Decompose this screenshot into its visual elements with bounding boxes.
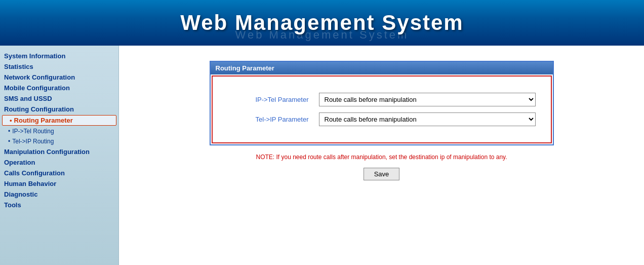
bullet-icon: • [8, 138, 10, 145]
routing-parameter-box: Routing Parameter IP->Tel Parameter Rout… [210, 61, 554, 145]
sidebar-item-system-information[interactable]: System Information [0, 51, 118, 61]
tel-ip-select[interactable]: Route calls before manipulation Route ca… [319, 112, 536, 126]
routing-box-header: Routing Parameter [211, 62, 553, 74]
sidebar-item-manipulation-configuration[interactable]: Manipulation Configuration [0, 146, 118, 157]
sidebar-item-mobile-configuration[interactable]: Mobile Configuration [0, 83, 118, 93]
layout: System Information Statistics Network Co… [0, 46, 644, 265]
sidebar-item-calls-configuration[interactable]: Calls Configuration [0, 168, 118, 178]
tel-ip-label: Tel->IP Parameter [228, 116, 309, 123]
page-title: Web Management System [180, 11, 463, 35]
sidebar-item-diagnostic[interactable]: Diagnostic [0, 189, 118, 200]
header: Web Management System Web Management Sys… [0, 0, 644, 46]
bullet-icon: • [8, 128, 10, 135]
sidebar: System Information Statistics Network Co… [0, 46, 119, 265]
sidebar-item-tel-ip-routing[interactable]: •Tel->IP Routing [0, 136, 118, 146]
sidebar-item-routing-configuration[interactable]: Routing Configuration [0, 104, 118, 115]
sidebar-item-sms-ussd[interactable]: SMS and USSD [0, 93, 118, 104]
tel-ip-row: Tel->IP Parameter Route calls before man… [228, 112, 536, 126]
sidebar-item-tools[interactable]: Tools [0, 200, 118, 210]
main-content: Routing Parameter IP->Tel Parameter Rout… [119, 46, 644, 265]
ip-tel-label: IP->Tel Parameter [228, 96, 309, 103]
sidebar-item-operation[interactable]: Operation [0, 157, 118, 168]
ip-tel-row: IP->Tel Parameter Route calls before man… [228, 93, 536, 106]
sidebar-item-ip-tel-routing[interactable]: •IP->Tel Routing [0, 126, 118, 136]
ip-tel-select[interactable]: Route calls before manipulation Route ca… [319, 93, 536, 106]
sidebar-item-statistics[interactable]: Statistics [0, 61, 118, 72]
sidebar-item-human-behavior[interactable]: Human Behavior [0, 178, 118, 189]
routing-box-content: IP->Tel Parameter Route calls before man… [212, 75, 552, 143]
note-text: NOTE: If you need route calls after mani… [256, 154, 507, 161]
sidebar-item-routing-parameter[interactable]: •Routing Parameter [2, 115, 116, 126]
sidebar-item-network-configuration[interactable]: Network Configuration [0, 72, 118, 83]
save-button[interactable]: Save [364, 168, 400, 180]
bullet-icon: • [10, 117, 12, 124]
